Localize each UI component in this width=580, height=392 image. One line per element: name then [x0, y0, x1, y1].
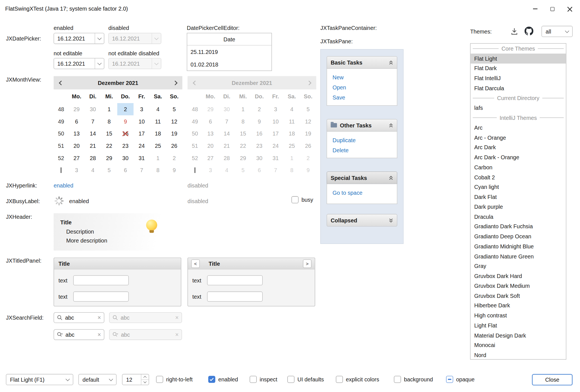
day-cell[interactable]: 10 [133, 115, 150, 128]
day-cell[interactable]: 4 [284, 103, 300, 115]
theme-list-item[interactable]: Carbon [470, 162, 566, 172]
day-cell[interactable]: 4 [219, 164, 235, 176]
day-cell[interactable]: 1 [150, 152, 166, 164]
checkbox-box[interactable] [446, 376, 453, 383]
maximize-button[interactable] [544, 0, 561, 18]
collapse-icon[interactable] [389, 60, 393, 65]
day-cell[interactable]: 1 [235, 103, 251, 115]
theme-list-item[interactable]: lafs [470, 103, 566, 113]
day-cell[interactable]: 19 [166, 127, 182, 140]
checkbox-box[interactable] [208, 376, 215, 383]
theme-filter-combo[interactable]: all [541, 26, 572, 37]
day-cell[interactable]: 17 [267, 127, 284, 140]
datepicker-dropdown-button[interactable] [95, 58, 104, 69]
close-button[interactable]: Close [532, 374, 572, 386]
search-field-with-menu[interactable]: abc × [54, 329, 104, 340]
theme-list-item[interactable]: Gray [470, 261, 566, 271]
theme-list-item[interactable]: Gruvbox Dark Soft [470, 291, 566, 301]
theme-list-item[interactable]: Dark Flat [470, 192, 566, 202]
day-cell[interactable]: 21 [219, 140, 235, 152]
day-cell[interactable]: 22 [101, 140, 117, 152]
theme-list-item[interactable]: Dark purple [470, 202, 566, 212]
day-cell[interactable]: 4 [150, 103, 166, 115]
theme-list-item[interactable]: Cyan light [470, 182, 566, 192]
search-value[interactable]: abc [65, 315, 95, 321]
day-cell[interactable]: 11 [284, 115, 300, 128]
checkbox-ui-defaults[interactable]: UI defaults [287, 376, 324, 383]
theme-list-item[interactable]: Nord [470, 350, 566, 360]
day-cell[interactable]: 14 [85, 127, 101, 140]
table-row[interactable]: 25.11.2019 [187, 46, 272, 58]
clear-icon[interactable]: × [98, 332, 101, 338]
day-cell[interactable]: 8 [235, 115, 251, 128]
day-cell[interactable]: 7 [267, 164, 284, 176]
prev-month-button[interactable] [54, 76, 69, 89]
day-cell[interactable]: 15 [101, 127, 117, 140]
day-cell[interactable]: 21 [85, 140, 101, 152]
day-cell[interactable]: 30 [219, 103, 235, 115]
theme-list-item[interactable]: Gruvbox Dark Hard [470, 271, 566, 281]
day-cell[interactable]: 31 [133, 152, 150, 164]
day-cell[interactable]: 29 [69, 103, 85, 115]
day-cell[interactable]: 26 [166, 140, 182, 152]
day-cell[interactable]: 24 [133, 140, 150, 152]
font-size-spinner[interactable]: 12 [122, 374, 149, 385]
day-cell[interactable]: 23 [117, 140, 133, 152]
expand-icon[interactable] [389, 218, 393, 223]
day-cell[interactable]: 11 [150, 115, 166, 128]
checkbox-inspect[interactable]: inspect [250, 376, 277, 383]
taskpane-header[interactable]: Special Tasks [327, 172, 397, 184]
prev-month-button[interactable] [188, 76, 202, 89]
day-cell[interactable]: 8 [150, 164, 166, 176]
checkbox-busy[interactable]: busy [291, 196, 313, 203]
taskpane-link[interactable]: Delete [333, 145, 391, 155]
taskpane-header[interactable]: Collapsed [327, 214, 397, 227]
theme-list-item[interactable]: Gradianto Dark Fuchsia [470, 222, 566, 231]
day-cell[interactable]: 12 [300, 115, 316, 128]
theme-list-item[interactable]: Gruvbox Dark Medium [470, 281, 566, 291]
theme-list-item[interactable]: Gradianto Deep Ocean [470, 231, 566, 241]
day-cell[interactable]: 13 [69, 127, 85, 140]
panel-next-button[interactable]: > [303, 259, 311, 268]
theme-list-item[interactable]: Dracula [470, 212, 566, 222]
checkbox-opaque[interactable]: opaque [446, 376, 475, 383]
theme-list-item[interactable]: Gradianto Midnight Blue [470, 241, 566, 251]
day-cell[interactable]: 2 [117, 103, 133, 115]
day-cell[interactable]: 3 [69, 164, 85, 176]
search-field-enabled[interactable]: abc × [54, 312, 104, 323]
checkbox-enabled[interactable]: enabled [208, 376, 238, 383]
theme-list-item[interactable]: High contrast [470, 310, 566, 320]
day-cell[interactable]: 30 [85, 103, 101, 115]
day-cell[interactable]: 8 [101, 115, 117, 128]
taskpane-link[interactable]: Duplicate [333, 135, 391, 145]
theme-list-item[interactable]: Flat Darcula [470, 83, 566, 93]
day-cell[interactable]: 27 [69, 152, 85, 164]
day-cell[interactable]: 27 [202, 152, 219, 164]
laf-combo[interactable]: Flat Light (F1) [6, 374, 73, 385]
taskpane-link[interactable]: New [333, 72, 391, 82]
day-cell[interactable]: 16 [251, 127, 267, 140]
day-cell[interactable]: 14 [219, 127, 235, 140]
day-cell[interactable]: 30 [251, 152, 267, 164]
taskpane-link[interactable]: Go to space [333, 188, 391, 198]
day-cell[interactable]: 1 [101, 103, 117, 115]
checkbox-box[interactable] [156, 376, 163, 383]
taskpane-header[interactable]: Basic Tasks [327, 56, 397, 69]
taskpane-link[interactable]: Save [333, 92, 391, 103]
checkbox-explicit-colors[interactable]: explicit colors [336, 376, 379, 383]
checkbox-box[interactable] [336, 376, 343, 383]
theme-list-item[interactable]: Material Design Dark [470, 330, 566, 340]
theme-list-item[interactable]: Arc [470, 123, 566, 132]
datepicker-enabled[interactable]: 16.12.2021 [54, 33, 104, 44]
panel-prev-button[interactable]: < [191, 259, 200, 268]
day-cell[interactable]: 5 [101, 164, 117, 176]
day-cell[interactable]: 16 [117, 127, 133, 140]
font-combo[interactable]: default [78, 374, 116, 385]
theme-list-item[interactable]: Arc - Orange [470, 133, 566, 142]
day-cell[interactable]: 6 [202, 115, 219, 128]
theme-list-item[interactable]: Arc Dark - Orange [470, 152, 566, 162]
day-cell[interactable]: 20 [69, 140, 85, 152]
day-cell[interactable]: 28 [219, 152, 235, 164]
day-cell[interactable]: 25 [150, 140, 166, 152]
taskpane-link[interactable]: Open [333, 82, 391, 92]
